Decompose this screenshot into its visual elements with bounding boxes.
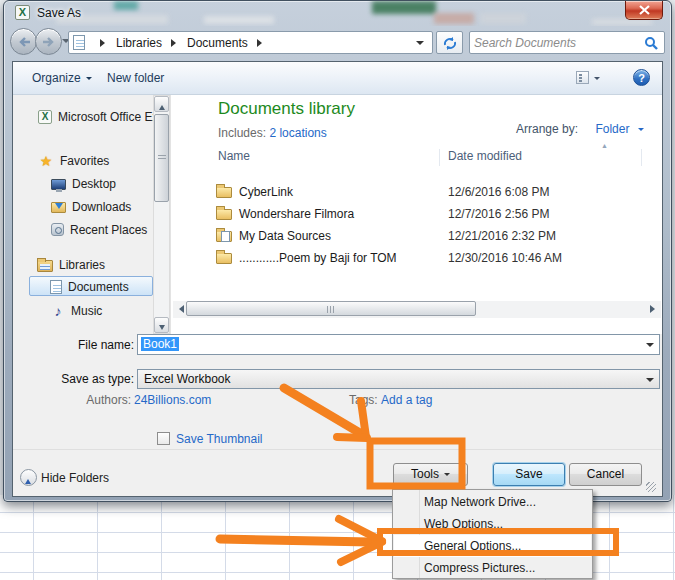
breadcrumb-separator-icon xyxy=(257,39,266,47)
organize-menu-button[interactable]: Organize xyxy=(32,71,92,85)
title-bar[interactable]: X Save As xyxy=(4,1,671,26)
refresh-button[interactable] xyxy=(436,31,463,54)
back-button[interactable] xyxy=(10,28,37,55)
chevron-down-icon xyxy=(638,128,644,134)
menu-item-web-options[interactable]: Web Options... xyxy=(394,513,591,535)
sidebar-item-libraries[interactable]: Libraries xyxy=(13,254,153,274)
sidebar-item-microsoft-office-excel[interactable]: XMicrosoft Office Ex xyxy=(13,106,153,126)
sidebar-item-downloads[interactable]: Downloads xyxy=(13,196,153,216)
sidebar-item-label: Documents xyxy=(68,280,129,294)
refresh-icon xyxy=(442,36,458,51)
scrollbar-thumb[interactable] xyxy=(186,301,476,316)
breadcrumb-item-documents[interactable]: Documents xyxy=(187,36,248,50)
chevron-down-icon[interactable] xyxy=(646,378,654,386)
search-box[interactable] xyxy=(469,31,665,54)
sidebar-item-label: Favorites xyxy=(60,154,109,168)
file-date: 12/7/2016 2:56 PM xyxy=(448,203,549,225)
navigation-bar: Libraries Documents xyxy=(4,26,671,61)
breadcrumb-dropdown-icon[interactable] xyxy=(416,41,424,49)
folder-icon xyxy=(216,187,232,198)
sidebar-scrollbar[interactable] xyxy=(153,95,170,334)
file-name: CyberLink xyxy=(239,181,293,203)
organize-label: Organize xyxy=(32,71,81,85)
sidebar-item-desktop[interactable]: Desktop xyxy=(13,173,153,193)
sidebar-item-recent-places[interactable]: Recent Places xyxy=(13,219,153,239)
menu-item-compress-pictures[interactable]: Compress Pictures... xyxy=(394,557,591,579)
chevron-down-icon xyxy=(86,77,92,83)
column-divider[interactable] xyxy=(439,149,440,166)
file-name-combobox[interactable]: Book1 xyxy=(137,334,660,355)
column-divider[interactable] xyxy=(641,149,642,166)
scroll-down-button[interactable] xyxy=(154,317,169,333)
document-icon xyxy=(73,35,85,50)
locations-link[interactable]: 2 locations xyxy=(269,126,326,140)
sidebar-item-label: Music xyxy=(71,304,102,318)
search-input[interactable] xyxy=(472,34,640,51)
sidebar-item-documents[interactable]: Documents xyxy=(29,276,153,296)
save-thumbnail-checkbox[interactable] xyxy=(157,432,170,445)
menu-item-general-options[interactable]: General Options... xyxy=(394,535,591,557)
save-as-dialog: X Save As xyxy=(3,0,672,502)
cancel-button[interactable]: Cancel xyxy=(569,463,642,486)
save-button[interactable]: Save xyxy=(493,463,565,486)
scroll-up-button[interactable] xyxy=(154,96,169,112)
music-note-icon: ♪ xyxy=(51,304,65,318)
folder-icon xyxy=(216,253,232,264)
sidebar-item-music[interactable]: ♪Music xyxy=(13,300,153,320)
authors-value-link[interactable]: 24Billions.com xyxy=(134,393,211,407)
file-row-wondershare-filmora[interactable]: Wondershare Filmora 12/7/2016 2:56 PM xyxy=(171,203,663,225)
back-arrow-icon xyxy=(17,36,31,48)
hide-folders-label[interactable]: Hide Folders xyxy=(41,471,109,485)
sidebar-item-favorites[interactable]: ★Favorites xyxy=(13,150,153,170)
arrange-by-value[interactable]: Folder xyxy=(595,122,629,136)
new-folder-button[interactable]: New folder xyxy=(107,71,164,85)
forward-arrow-icon xyxy=(42,36,56,48)
file-name: My Data Sources xyxy=(239,225,331,247)
file-name-label: File name: xyxy=(13,338,134,352)
star-icon: ★ xyxy=(38,154,54,168)
libraries-icon xyxy=(37,260,53,272)
file-row-cyberlink[interactable]: CyberLink 12/6/2016 6:08 PM xyxy=(171,181,663,203)
breadcrumb-separator-icon xyxy=(100,39,109,47)
help-button[interactable]: ? xyxy=(633,69,650,86)
column-header-date-modified[interactable]: Date modified xyxy=(448,149,522,163)
file-row-my-data-sources[interactable]: My Data Sources 12/21/2016 2:32 PM xyxy=(171,225,663,247)
breadcrumb-separator-icon xyxy=(171,39,180,47)
desktop-icon xyxy=(51,179,66,190)
menu-item-map-network-drive[interactable]: Map Network Drive... xyxy=(394,491,591,513)
window-title: Save As xyxy=(37,6,81,20)
forward-button[interactable] xyxy=(35,28,62,55)
hide-folders-button[interactable] xyxy=(20,469,37,486)
includes-label: Includes: xyxy=(218,126,266,140)
add-a-tag-link[interactable]: Add a tag xyxy=(381,393,432,407)
excel-icon: X xyxy=(38,110,52,124)
views-icon xyxy=(576,71,589,84)
file-row-poem[interactable]: ............Poem by Baji for TOM 12/30/2… xyxy=(171,247,663,269)
file-name-value[interactable]: Book1 xyxy=(141,337,179,351)
horizontal-scrollbar[interactable] xyxy=(173,301,661,318)
file-name: Wondershare Filmora xyxy=(239,203,354,225)
sort-ascending-icon[interactable]: ▲ xyxy=(601,142,608,149)
scroll-left-icon[interactable] xyxy=(175,305,184,313)
ribbon-blur-decoration xyxy=(204,16,274,24)
save-thumbnail-label: Save Thumbnail xyxy=(176,432,263,446)
column-header-name[interactable]: Name xyxy=(218,149,250,163)
column-header-row: Name Date modified xyxy=(171,147,663,167)
breadcrumb[interactable]: Libraries Documents xyxy=(68,31,433,54)
resize-grip[interactable] xyxy=(646,482,656,492)
authors-label: Authors: xyxy=(13,393,131,407)
save-as-type-combobox[interactable]: Excel Workbook xyxy=(137,369,660,389)
scroll-right-icon[interactable] xyxy=(650,305,659,313)
sidebar-item-label: Libraries xyxy=(59,258,105,272)
chevron-down-icon[interactable] xyxy=(646,343,654,351)
tools-button[interactable]: Tools xyxy=(393,463,468,486)
sidebar-item-label: Downloads xyxy=(72,200,131,214)
scrollbar-thumb[interactable] xyxy=(154,114,169,202)
breadcrumb-item-libraries[interactable]: Libraries xyxy=(116,36,162,50)
ribbon-blur-decoration xyxy=(434,13,474,24)
sidebar-item-label: Microsoft Office Ex xyxy=(58,110,153,124)
change-view-button[interactable] xyxy=(576,71,606,85)
folder-icon xyxy=(216,209,232,220)
arrange-by: Arrange by: Folder xyxy=(516,122,644,136)
close-button[interactable] xyxy=(625,1,663,20)
